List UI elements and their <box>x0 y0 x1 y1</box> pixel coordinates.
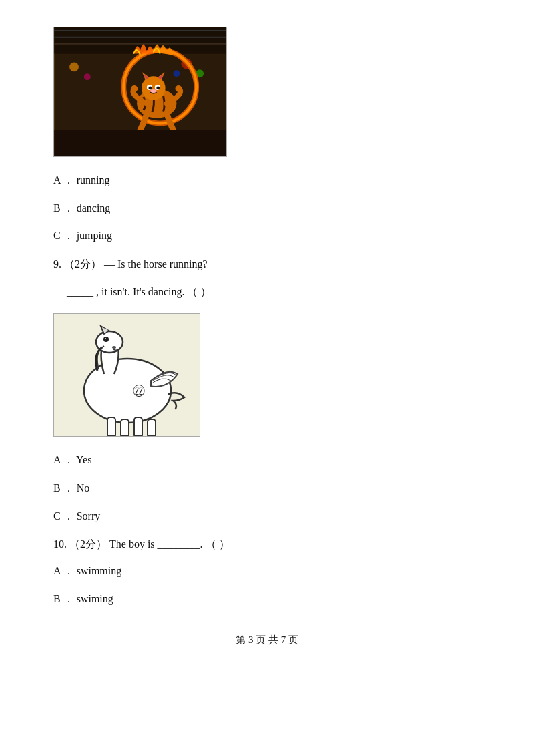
q9-option-a-dot: ． <box>63 454 74 465</box>
svg-rect-41 <box>147 435 156 437</box>
q10-points: （2分） <box>69 538 107 550</box>
q10-option-a-text: swimming <box>77 565 122 576</box>
q8-option-b: B ． dancing <box>53 200 481 217</box>
svg-point-24 <box>175 85 182 92</box>
q9-option-c-label: C <box>53 510 61 522</box>
svg-rect-40 <box>134 435 143 437</box>
svg-rect-36 <box>134 417 142 437</box>
q9-answer-prefix: — _____ , it isn't. It's dancing. <box>53 286 184 297</box>
q8-option-c-label: C <box>53 230 61 241</box>
q10-bracket: （ ） <box>206 538 230 550</box>
q9-points: （2分） <box>64 258 101 270</box>
q9-option-b-label: B <box>53 482 61 494</box>
q9-number: 9. <box>53 258 61 270</box>
q9-option-a-text: Yes <box>76 454 91 465</box>
tiger-image <box>53 27 227 157</box>
page-footer: 第 3 页 共 7 页 <box>53 634 481 646</box>
svg-point-31 <box>103 337 109 342</box>
q8-option-a-dot: ． <box>63 174 74 186</box>
q9-answer-line: — _____ , it isn't. It's dancing. （ ） <box>53 282 481 302</box>
q9-option-b: B ． No <box>53 480 481 497</box>
q8-option-b-dot: ． <box>63 202 74 214</box>
q10-option-b-text: swiming <box>77 593 113 604</box>
q9-option-c-text: Sorry <box>77 510 101 522</box>
q10-number: 10. <box>53 538 67 550</box>
q9-option-b-dot: ． <box>63 482 74 494</box>
footer-text: 第 3 页 共 7 页 <box>236 634 298 645</box>
svg-point-13 <box>142 76 166 100</box>
svg-text:㉒: ㉒ <box>133 385 145 398</box>
svg-rect-25 <box>54 130 226 156</box>
horse-image: ㉒ <box>53 313 200 437</box>
q8-option-a: A ． running <box>53 172 481 189</box>
q8-option-a-text: running <box>77 174 110 186</box>
svg-point-8 <box>69 62 79 71</box>
q10-option-b-label: B <box>53 593 61 604</box>
q8-option-c-dot: ． <box>63 230 74 241</box>
q9-option-a-label: A <box>53 454 61 465</box>
svg-point-23 <box>131 85 138 92</box>
q8-option-c: C ． jumping <box>53 227 481 244</box>
svg-rect-38 <box>107 435 116 437</box>
q10-prompt: The boy is ________. <box>109 538 203 550</box>
svg-point-32 <box>105 338 106 339</box>
q10-option-a-label: A <box>53 565 61 576</box>
q8-option-b-label: B <box>53 202 61 214</box>
q9-option-c: C ． Sorry <box>53 508 481 525</box>
q9-option-c-dot: ． <box>63 510 74 522</box>
q10-option-a: A ． swimming <box>53 562 481 580</box>
q10-question: 10. （2分） The boy is ________. （ ） <box>53 535 481 554</box>
q10-option-a-dot: ． <box>63 565 74 576</box>
svg-point-33 <box>112 346 116 349</box>
svg-point-7 <box>173 70 180 77</box>
q9-question: 9. （2分） — Is the horse running? <box>53 255 481 274</box>
q10-option-b: B ． swiming <box>53 590 481 608</box>
svg-point-21 <box>156 87 160 90</box>
q10-option-b-dot: ． <box>63 593 74 604</box>
q9-option-a: A ． Yes <box>53 451 481 469</box>
svg-point-9 <box>84 73 91 80</box>
q8-option-b-text: dancing <box>77 202 111 214</box>
q8-option-a-label: A <box>53 174 61 186</box>
q9-prompt: — Is the horse running? <box>104 258 208 270</box>
svg-rect-37 <box>148 419 156 437</box>
svg-rect-34 <box>107 417 115 437</box>
q9-bracket: （ ） <box>187 286 211 297</box>
q9-option-b-text: No <box>77 482 90 494</box>
svg-rect-35 <box>121 419 129 437</box>
svg-rect-39 <box>120 435 129 437</box>
svg-point-20 <box>148 87 152 90</box>
q8-option-c-text: jumping <box>77 230 112 241</box>
